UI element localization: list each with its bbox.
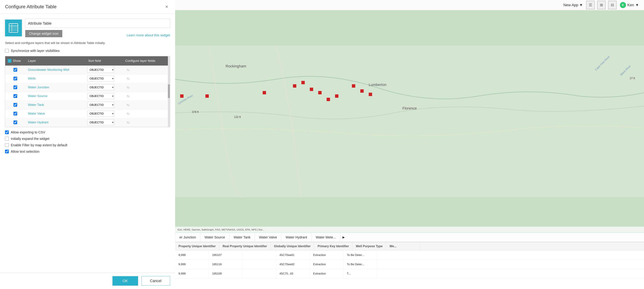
dialog-close-button[interactable]: × bbox=[163, 3, 170, 10]
sort-arrows-1: ↑↓ bbox=[125, 77, 131, 80]
layer-row-2: Water Junction OBJECTID ↑↓ bbox=[5, 83, 170, 92]
sort-dropdown-6[interactable]: OBJECTID bbox=[88, 119, 114, 125]
learn-more-link[interactable]: Learn more about this widget bbox=[126, 33, 170, 37]
tab-water-source[interactable]: Water Source bbox=[200, 233, 230, 242]
col-globally-unique-id: Globally Unique Identifier bbox=[270, 242, 314, 250]
new-app-button[interactable]: New App ▼ bbox=[563, 3, 583, 7]
sort-cell-6: OBJECTID bbox=[86, 119, 123, 125]
cell-prop-id-2: 9,999 bbox=[175, 260, 209, 269]
svg-text:132 ft: 132 ft bbox=[234, 116, 241, 118]
cell-guid-2 bbox=[242, 260, 276, 269]
tab-water-hydrant[interactable]: Water Hydrant bbox=[281, 233, 312, 242]
options-section: Allow exporting to CSV Initially expand … bbox=[5, 130, 170, 154]
svg-text:27 ft: 27 ft bbox=[630, 77, 635, 80]
map-canvas[interactable]: Rockingham Lumberton Florence 378 ft 132… bbox=[175, 10, 644, 232]
tab-water-source-label: Water Source bbox=[204, 235, 225, 239]
map-table-area: Property Unique Identifier Real Property… bbox=[175, 242, 644, 289]
sort-cell-1: OBJECTID bbox=[86, 76, 123, 82]
col-show-label: Show bbox=[13, 59, 21, 63]
col-header-layer: Layer bbox=[26, 59, 86, 63]
option-row-2: Enable Filter by map extent by default bbox=[5, 143, 170, 147]
show-checkbox-3[interactable] bbox=[14, 94, 17, 98]
scrollbar-track[interactable] bbox=[168, 56, 170, 127]
show-checkbox-2[interactable] bbox=[14, 85, 17, 89]
map-toolbar-icons: ☰ ⊞ ⊟ bbox=[586, 1, 616, 9]
option-checkbox-0[interactable] bbox=[5, 130, 9, 134]
show-checkbox-1[interactable] bbox=[14, 77, 17, 80]
sort-arrows-3: ↑↓ bbox=[125, 94, 131, 98]
sort-cell-2: OBJECTID bbox=[86, 84, 123, 90]
map-bottom-tabs: er Junction Water Source Water Tank Wate… bbox=[175, 232, 644, 242]
tab-junction[interactable]: er Junction bbox=[175, 233, 200, 242]
cell-primary-key-2: 45C70well2 bbox=[276, 260, 310, 269]
svg-rect-15 bbox=[180, 94, 184, 98]
cell-purpose-2: Extraction bbox=[310, 260, 344, 269]
option-checkbox-3[interactable] bbox=[5, 150, 9, 153]
sort-cell-4: OBJECTID bbox=[86, 102, 123, 108]
scrollbar-thumb[interactable] bbox=[168, 84, 170, 98]
layer-name-2: Water Junction bbox=[28, 85, 49, 89]
svg-rect-6 bbox=[302, 81, 305, 84]
cell-type-3: T... bbox=[344, 269, 377, 278]
tab-water-valve[interactable]: Water Valve bbox=[255, 233, 281, 242]
svg-text:378 ft: 378 ft bbox=[192, 111, 199, 113]
expand-view-icon[interactable]: ⊟ bbox=[608, 1, 616, 9]
col-header-configure: Configure layer fields bbox=[123, 59, 170, 63]
sync-checkbox[interactable] bbox=[5, 49, 9, 53]
table-row: 9,999 185109 45C70...ll3 Extraction T... bbox=[175, 269, 644, 278]
grid-view-icon[interactable]: ⊞ bbox=[597, 1, 606, 9]
user-menu-button[interactable]: K Ken ▼ bbox=[620, 2, 639, 8]
show-header-check: ✓ bbox=[8, 59, 12, 63]
configure-cell-5: ↑↓ bbox=[123, 112, 170, 115]
layer-cell-1: Wells bbox=[26, 77, 86, 80]
svg-rect-10 bbox=[335, 94, 338, 98]
cell-real-prop-id-2: 185116 bbox=[209, 260, 242, 269]
sort-dropdown-2[interactable]: OBJECTID bbox=[88, 84, 114, 90]
widget-icon-svg bbox=[8, 23, 18, 33]
tab-water-meter[interactable]: Water Mete... bbox=[312, 233, 340, 242]
layer-name-6: Water Hydrant bbox=[28, 121, 48, 124]
configure-cell-6: ↑↓ bbox=[123, 121, 170, 124]
sort-dropdown-3[interactable]: OBJECTID bbox=[88, 93, 114, 99]
show-checkbox-0[interactable] bbox=[14, 68, 17, 72]
tab-junction-label: er Junction bbox=[180, 235, 196, 239]
layer-row-6: Water Hydrant OBJECTID ↑↓ bbox=[5, 118, 170, 127]
list-view-icon[interactable]: ☰ bbox=[586, 1, 595, 9]
option-row-1: Initially expand the widget bbox=[5, 137, 170, 141]
map-topbar: New App ▼ ☰ ⊞ ⊟ K Ken ▼ bbox=[175, 0, 644, 10]
sort-dropdown-1[interactable]: OBJECTID bbox=[88, 76, 114, 82]
sort-dropdown-0[interactable]: OBJECTID bbox=[88, 67, 114, 73]
configure-cell-0: ↑↓ bbox=[123, 68, 170, 72]
option-checkbox-1[interactable] bbox=[5, 137, 9, 141]
layer-row-0: Groundwater Monitoring Well OBJECTID ↑↓ bbox=[5, 66, 170, 74]
ok-button[interactable]: OK bbox=[112, 276, 138, 286]
show-checkbox-5[interactable] bbox=[14, 112, 17, 115]
widget-name-input[interactable] bbox=[25, 19, 170, 28]
layer-row-5: Water Valve OBJECTID ↑↓ bbox=[5, 109, 170, 118]
new-app-label: New App bbox=[563, 3, 578, 7]
sort-arrows-4: ↑↓ bbox=[125, 103, 131, 107]
cell-real-prop-id-1: 185107 bbox=[209, 250, 242, 260]
configure-cell-3: ↑↓ bbox=[123, 94, 170, 98]
show-checkbox-6[interactable] bbox=[14, 121, 17, 124]
cell-type-1: To Be Deter... bbox=[344, 250, 377, 260]
show-checkbox-4[interactable] bbox=[14, 103, 17, 107]
show-cell-4 bbox=[5, 103, 26, 107]
option-checkbox-2[interactable] bbox=[5, 143, 9, 147]
sort-dropdown-5[interactable]: OBJECTID bbox=[88, 111, 114, 117]
cancel-button[interactable]: Cancel bbox=[142, 276, 170, 286]
configure-cell-2: ↑↓ bbox=[123, 86, 170, 89]
sort-dropdown-4[interactable]: OBJECTID bbox=[88, 102, 114, 108]
tab-water-tank[interactable]: Water Tank bbox=[229, 233, 255, 242]
map-table-header: Property Unique Identifier Real Property… bbox=[175, 242, 644, 250]
change-icon-button[interactable]: Change widget icon bbox=[25, 30, 62, 37]
user-avatar: K bbox=[620, 2, 626, 8]
dialog-description: Select and configure layers that will be… bbox=[5, 41, 170, 46]
widget-header-row: Change widget icon Learn more about this… bbox=[5, 19, 170, 37]
dialog-title: Configure Attribute Table bbox=[5, 4, 56, 10]
sync-label: Synchronize with layer visibilities bbox=[11, 49, 60, 53]
tab-next-button[interactable]: ▶ bbox=[340, 235, 347, 239]
sync-row: Synchronize with layer visibilities bbox=[5, 49, 170, 53]
layer-name-5: Water Valve bbox=[28, 112, 45, 115]
dialog-footer: OK Cancel bbox=[0, 273, 175, 289]
